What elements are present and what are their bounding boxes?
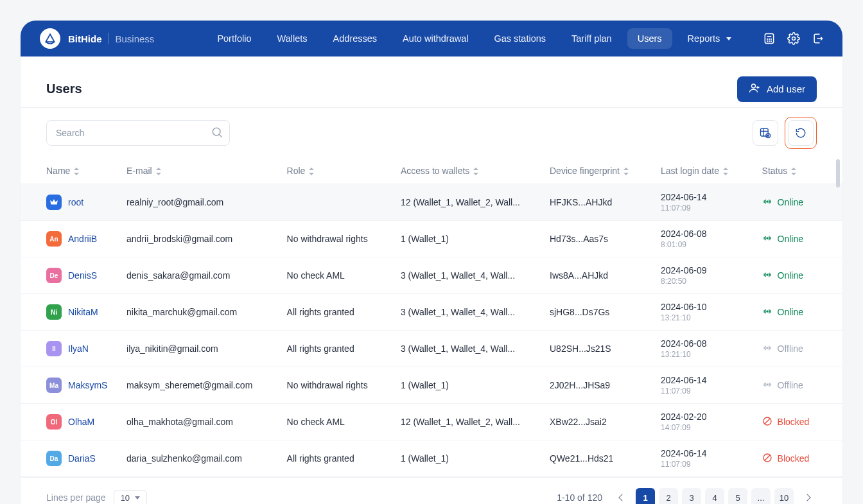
page-prev-button[interactable] <box>613 488 632 504</box>
cell-role: No check AML <box>282 404 396 440</box>
cell-login: 2024-06-088:01:09 <box>656 221 757 257</box>
nav-item-addresses[interactable]: Addresses <box>323 28 388 49</box>
user-name-link[interactable]: IlyaN <box>68 343 89 354</box>
column-settings-button[interactable] <box>753 120 778 146</box>
cell-email: daria_sulzhenko@gmail.com <box>121 440 282 477</box>
calculator-icon[interactable] <box>763 32 776 45</box>
cell-login: 2024-06-1411:07:09 <box>656 367 757 404</box>
user-name-link[interactable]: DariaS <box>68 453 96 464</box>
cell-role <box>282 184 396 221</box>
cell-device: HFJKS...AHJkd <box>545 184 656 221</box>
cell-login: 2024-06-1013:21:10 <box>656 294 757 331</box>
col-header-role[interactable]: Role <box>282 158 396 184</box>
chevron-right-icon <box>803 494 810 501</box>
table-row[interactable]: DeDenisSdenis_sakara@gmail.comNo check A… <box>21 257 842 294</box>
brand-logo-icon <box>40 28 60 49</box>
user-name-link[interactable]: OlhaM <box>68 417 94 427</box>
cell-access: 1 (Wallet_1) <box>396 221 545 257</box>
nav-item-label: Addresses <box>333 33 378 44</box>
cell-role: All rights granted <box>282 294 396 331</box>
cell-email: andrii_brodski@gmail.com <box>121 221 282 257</box>
table-row[interactable]: OlOlhaMolha_makhota@gmail.comNo check AM… <box>21 404 842 440</box>
nav-menu: PortfolioWalletsAddressesAuto withdrawal… <box>204 28 744 49</box>
avatar: Ni <box>46 304 62 320</box>
page-4[interactable]: 4 <box>705 488 724 504</box>
sort-icon <box>723 168 728 175</box>
nav-item-portfolio[interactable]: Portfolio <box>207 28 261 49</box>
page-1[interactable]: 1 <box>636 488 655 504</box>
col-header-login[interactable]: Last login date <box>656 158 757 184</box>
col-header-email[interactable]: E-mail <box>121 158 282 184</box>
avatar: Ma <box>46 378 62 393</box>
logout-icon[interactable] <box>812 32 824 45</box>
brand-divider <box>109 33 109 44</box>
cell-device: 2J02H...JHSa9 <box>545 367 656 404</box>
cell-status: Online <box>757 257 842 294</box>
brand: BitHide Business <box>40 28 154 49</box>
col-header-name[interactable]: Name <box>21 158 121 184</box>
table-row[interactable]: IlIlyaNilya_nikitin@gmail.comAll rights … <box>21 331 842 367</box>
col-header-status[interactable]: Status <box>757 158 842 184</box>
avatar: An <box>46 231 62 247</box>
cell-device: XBw22...Jsai2 <box>545 404 656 440</box>
status-icon <box>762 270 772 282</box>
add-user-button[interactable]: Add user <box>737 76 817 102</box>
nav-item-wallets[interactable]: Wallets <box>267 28 318 49</box>
table-row[interactable]: NiNikitaMnikita_marchuk@gmail.comAll rig… <box>21 294 842 331</box>
nav-item-reports[interactable]: Reports <box>677 28 742 49</box>
cell-email: maksym_sheremet@gmail.com <box>121 367 282 404</box>
toolbar <box>21 108 842 158</box>
table-row[interactable]: DaDariaSdaria_sulzhenko@gmail.comAll rig… <box>21 440 842 477</box>
col-header-device[interactable]: Device fingerprint <box>545 158 656 184</box>
navbar: BitHide Business PortfolioWalletsAddress… <box>21 21 842 56</box>
nav-item-gas-stations[interactable]: Gas stations <box>484 28 556 49</box>
table-row[interactable]: MaMaksymSmaksym_sheremet@gmail.comNo wit… <box>21 367 842 404</box>
svg-point-19 <box>767 200 768 202</box>
page-3[interactable]: 3 <box>682 488 701 504</box>
user-name-link[interactable]: MaksymS <box>68 380 107 390</box>
status-text: Online <box>778 197 803 207</box>
scrollbar-thumb[interactable] <box>836 159 840 187</box>
chevron-down-icon <box>726 37 731 40</box>
cell-email: nikita_marchuk@gmail.com <box>121 294 282 331</box>
page-10[interactable]: 10 <box>774 488 794 504</box>
svg-point-23 <box>767 347 768 348</box>
status-icon <box>762 343 772 355</box>
toolbar-right <box>753 117 817 149</box>
table-row[interactable]: rootrealniy_root@gmail.com12 (Wallet_1, … <box>21 184 842 221</box>
nav-item-users[interactable]: Users <box>627 28 672 49</box>
nav-item-tariff-plan[interactable]: Tariff plan <box>561 28 622 49</box>
col-header-access[interactable]: Access to wallets <box>396 158 545 184</box>
page-5[interactable]: 5 <box>728 488 747 504</box>
cell-status: Online <box>757 294 842 331</box>
avatar <box>46 195 62 210</box>
table-row[interactable]: AnAndriiBandrii_brodski@gmail.comNo with… <box>21 221 842 257</box>
svg-point-4 <box>771 39 772 39</box>
table-scroll: Name E-mail Role Access to wallets Devic… <box>21 158 842 477</box>
user-name-link[interactable]: AndriiB <box>68 234 97 244</box>
nav-actions <box>763 32 824 45</box>
cell-device: Iws8A...AHJkd <box>545 257 656 294</box>
cell-status: Online <box>757 221 842 257</box>
user-name-link[interactable]: DenisS <box>68 270 97 281</box>
cell-login: 2024-02-2014:07:09 <box>656 404 757 440</box>
cell-access: 1 (Wallet_1) <box>396 367 545 404</box>
status-text: Offline <box>778 380 803 390</box>
search-input[interactable] <box>46 120 230 146</box>
user-name-link[interactable]: root <box>68 197 83 207</box>
cell-role: All rights granted <box>282 440 396 477</box>
page-2[interactable]: 2 <box>659 488 678 504</box>
add-user-icon <box>749 82 760 96</box>
brand-sub: Business <box>116 33 155 44</box>
user-name-link[interactable]: NikitaM <box>68 307 98 317</box>
sort-icon <box>623 168 629 175</box>
settings-icon[interactable] <box>787 32 800 45</box>
page-next-button[interactable] <box>798 488 817 504</box>
nav-item-label: Users <box>638 33 662 44</box>
lines-per-page-select[interactable]: 10 <box>114 490 147 505</box>
sort-icon <box>791 168 796 175</box>
nav-item-auto-withdrawal[interactable]: Auto withdrawal <box>392 28 478 49</box>
cell-access: 12 (Wallet_1, Wallet_2, Wall... <box>396 404 545 440</box>
refresh-button[interactable] <box>788 120 814 146</box>
svg-rect-14 <box>761 128 769 136</box>
